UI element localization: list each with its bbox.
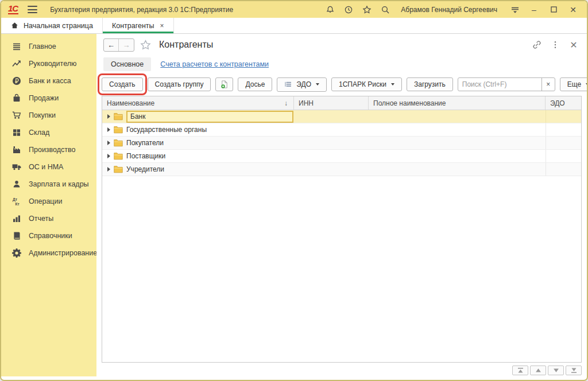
sidebar-label: Склад (29, 129, 49, 137)
create-group-button[interactable]: Создать группу (148, 77, 211, 91)
search-input[interactable] (458, 80, 541, 88)
tab-close-icon[interactable]: × (160, 22, 164, 30)
column-header-edo[interactable]: ЭДО (546, 96, 581, 110)
more-label: Еще (567, 80, 581, 88)
sidebar-item-bank-i-kassa[interactable]: Банк и касса (1, 72, 96, 90)
folder-icon (114, 152, 123, 160)
sidebar-label: Зарплата и кадры (29, 180, 89, 188)
table-row-pokupateli[interactable]: Покупатели (102, 137, 581, 150)
main-menu-icon[interactable] (28, 6, 37, 13)
window-title: Бухгалтерия предприятия, редакция 3.0 1С… (50, 6, 233, 14)
full-name-cell (369, 123, 546, 136)
inn-cell (294, 123, 369, 136)
sidebar-label: ОС и НМА (29, 163, 63, 171)
go-to-top-button[interactable] (512, 366, 528, 375)
load-button[interactable]: Загрузить (407, 77, 453, 91)
more-button[interactable]: Еще (560, 77, 588, 91)
notifications-bell-icon[interactable] (324, 3, 336, 16)
go-up-button[interactable] (530, 366, 546, 375)
row-name-label: Банк (130, 112, 145, 120)
back-button[interactable]: ← (104, 39, 119, 51)
full-name-cell (369, 163, 546, 176)
spark-risks-button[interactable]: 1СПАРК Риски (331, 77, 402, 91)
history-icon[interactable] (342, 3, 355, 16)
grid-icon (12, 128, 21, 137)
go-to-bottom-button[interactable] (566, 366, 582, 375)
edo-button[interactable]: ЭДО (277, 77, 327, 92)
edo-icon (284, 80, 293, 89)
tab-kontragenty[interactable]: Контрагенты × (103, 18, 174, 33)
expand-triangle-icon[interactable] (107, 167, 110, 172)
sidebar-label: Отчеты (29, 215, 53, 223)
row-name-label: Учредители (126, 165, 164, 173)
person-icon (12, 180, 21, 189)
column-header-inn[interactable]: ИНН (294, 96, 369, 110)
sidebar-item-prodazhi[interactable]: Продажи (1, 90, 96, 107)
table-row-postavshchiki[interactable]: Поставщики (102, 150, 581, 163)
factory-icon (12, 145, 21, 154)
row-name-label: Покупатели (126, 139, 164, 147)
search-icon[interactable] (379, 3, 392, 16)
table-nav-footer (96, 363, 587, 376)
name-cell: Государственные органы (102, 123, 294, 136)
tab-kontragenty-label: Контрагенты (112, 22, 154, 30)
inn-cell (294, 150, 369, 162)
column-header-full-name[interactable]: Полное наименование (369, 96, 546, 110)
favorites-star-icon[interactable] (361, 3, 373, 16)
sidebar-item-spravochniki[interactable]: Справочники (1, 227, 96, 244)
name-cell: Учредители (102, 163, 294, 176)
sidebar-item-glavnoe[interactable]: Главное (1, 38, 96, 55)
sidebar-item-administrirovanie[interactable]: Администрирование (1, 244, 96, 262)
more-actions-dots-icon[interactable] (549, 38, 562, 51)
inn-cell (294, 163, 369, 176)
close-form-icon[interactable]: ✕ (567, 38, 580, 51)
truck-icon (12, 162, 21, 172)
full-name-cell (369, 150, 546, 162)
maximize-button[interactable] (547, 4, 560, 15)
sidebar-label: Администрирование (29, 249, 96, 257)
dropdown-caret-icon (391, 83, 394, 85)
search-clear-button[interactable]: × (541, 78, 555, 91)
sidebar-item-os-i-nma[interactable]: ОС и НМА (1, 158, 96, 176)
edo-cell (546, 123, 581, 136)
sidebar-item-rukovoditelyu[interactable]: Руководителю (1, 55, 96, 72)
forward-button[interactable]: → (119, 39, 134, 51)
sidebar-item-proizvodstvo[interactable]: Производство (1, 141, 96, 158)
sidebar-item-zarplata-i-kadry[interactable]: Зарплата и кадры (1, 176, 96, 193)
name-cell: Поставщики (102, 150, 294, 162)
favorite-star-icon[interactable] (140, 40, 151, 50)
name-cell: Банк (102, 110, 294, 123)
go-down-button[interactable] (548, 366, 564, 375)
user-name[interactable]: Абрамов Геннадий Сергеевич (401, 6, 497, 14)
table-row-gos-organy[interactable]: Государственные органы (102, 123, 581, 137)
edo-cell (546, 137, 581, 149)
table-row-bank[interactable]: Банк (102, 110, 581, 123)
tab-bar: Начальная страница Контрагенты × (1, 18, 587, 34)
dossier-button[interactable]: Досье (238, 77, 272, 91)
get-link-icon[interactable] (531, 38, 543, 51)
dtkt-icon: ДтКт (12, 197, 21, 206)
sidebar-item-sklad[interactable]: Склад (1, 124, 96, 141)
copy-create-button[interactable] (215, 77, 233, 91)
tab-osnovnoe[interactable]: Основное (103, 57, 151, 71)
create-button-wrap: Создать (102, 77, 143, 91)
expand-triangle-icon[interactable] (107, 127, 110, 132)
create-button[interactable]: Создать (102, 77, 143, 91)
sidebar-item-pokupki[interactable]: Покупки (1, 107, 96, 124)
sidebar-item-operacii[interactable]: ДтКт Операции (1, 193, 96, 210)
link-settlement-accounts[interactable]: Счета расчетов с контрагентами (160, 60, 269, 68)
folder-icon (114, 139, 123, 147)
expand-triangle-icon[interactable] (107, 114, 110, 119)
expand-triangle-icon[interactable] (107, 154, 110, 158)
minimize-button[interactable]: – (527, 4, 541, 15)
full-name-cell (369, 137, 546, 149)
close-button[interactable]: ✕ (566, 4, 580, 15)
expand-triangle-icon[interactable] (107, 141, 110, 145)
service-settings-icon[interactable] (509, 3, 521, 16)
table-row-uchrediteli[interactable]: Учредители (102, 163, 581, 176)
sidebar-label: Руководителю (29, 60, 76, 68)
sidebar-item-otchety[interactable]: Отчеты (1, 210, 96, 227)
column-header-name[interactable]: Наименование ↓ (102, 96, 294, 110)
tab-home[interactable]: Начальная страница (1, 18, 103, 33)
full-name-cell (369, 110, 546, 123)
